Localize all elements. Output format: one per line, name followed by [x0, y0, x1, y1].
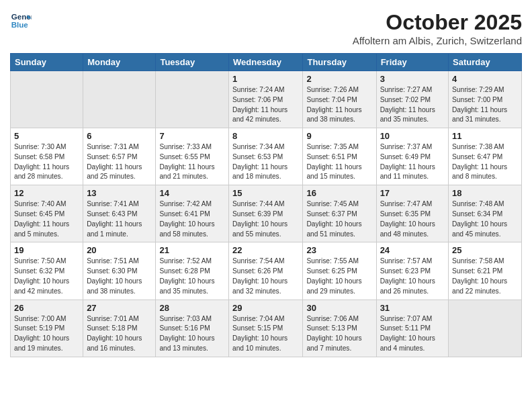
day-info: Sunrise: 7:57 AM Sunset: 6:23 PM Dayligh… [380, 257, 445, 296]
table-row: 17Sunrise: 7:47 AM Sunset: 6:35 PM Dayli… [376, 185, 448, 242]
table-row [83, 71, 156, 128]
header-wednesday: Wednesday [229, 54, 303, 71]
day-number: 1 [232, 74, 299, 84]
table-row: 29Sunrise: 7:04 AM Sunset: 5:15 PM Dayli… [229, 300, 303, 357]
table-row: 11Sunrise: 7:38 AM Sunset: 6:47 PM Dayli… [449, 128, 522, 185]
table-row: 25Sunrise: 7:58 AM Sunset: 6:21 PM Dayli… [449, 242, 522, 300]
table-row: 28Sunrise: 7:03 AM Sunset: 5:16 PM Dayli… [156, 300, 229, 357]
day-number: 3 [380, 74, 445, 84]
day-number: 2 [306, 74, 372, 84]
day-number: 29 [232, 303, 299, 313]
day-number: 17 [380, 188, 445, 198]
day-info: Sunrise: 7:35 AM Sunset: 6:51 PM Dayligh… [306, 142, 372, 182]
table-row: 26Sunrise: 7:00 AM Sunset: 5:19 PM Dayli… [11, 300, 83, 357]
day-info: Sunrise: 7:34 AM Sunset: 6:53 PM Dayligh… [232, 142, 299, 182]
day-number: 14 [159, 188, 225, 198]
day-info: Sunrise: 7:40 AM Sunset: 6:45 PM Dayligh… [14, 199, 79, 239]
day-number: 7 [159, 131, 225, 141]
day-number: 25 [452, 245, 518, 255]
location-title: Affoltern am Albis, Zurich, Switzerland [353, 35, 522, 46]
day-info: Sunrise: 7:58 AM Sunset: 6:21 PM Dayligh… [452, 257, 518, 296]
header-saturday: Saturday [449, 54, 522, 71]
day-number: 21 [159, 245, 225, 255]
table-row: 21Sunrise: 7:52 AM Sunset: 6:28 PM Dayli… [156, 242, 229, 300]
logo: General Blue [10, 10, 32, 32]
day-number: 18 [452, 188, 518, 198]
day-info: Sunrise: 7:42 AM Sunset: 6:41 PM Dayligh… [159, 199, 225, 239]
day-info: Sunrise: 7:41 AM Sunset: 6:43 PM Dayligh… [87, 199, 152, 239]
header-tuesday: Tuesday [156, 54, 229, 71]
day-number: 24 [380, 245, 445, 255]
table-row: 19Sunrise: 7:50 AM Sunset: 6:32 PM Dayli… [11, 242, 83, 300]
day-info: Sunrise: 7:48 AM Sunset: 6:34 PM Dayligh… [452, 199, 518, 239]
table-row: 12Sunrise: 7:40 AM Sunset: 6:45 PM Dayli… [11, 185, 83, 242]
day-number: 27 [87, 303, 152, 313]
day-number: 16 [306, 188, 372, 198]
page-header: General Blue October 2025 Affoltern am A… [10, 10, 522, 46]
table-row: 20Sunrise: 7:51 AM Sunset: 6:30 PM Dayli… [83, 242, 156, 300]
day-info: Sunrise: 7:30 AM Sunset: 6:58 PM Dayligh… [14, 142, 79, 182]
days-header-row: Sunday Monday Tuesday Wednesday Thursday… [11, 54, 522, 71]
day-info: Sunrise: 7:45 AM Sunset: 6:37 PM Dayligh… [306, 199, 372, 239]
day-info: Sunrise: 7:01 AM Sunset: 5:18 PM Dayligh… [87, 314, 152, 354]
table-row: 7Sunrise: 7:33 AM Sunset: 6:55 PM Daylig… [156, 128, 229, 185]
logo-icon: General Blue [10, 10, 32, 32]
day-info: Sunrise: 7:06 AM Sunset: 5:13 PM Dayligh… [306, 314, 372, 354]
day-info: Sunrise: 7:44 AM Sunset: 6:39 PM Dayligh… [232, 199, 299, 239]
day-number: 10 [380, 131, 445, 141]
day-info: Sunrise: 7:29 AM Sunset: 7:00 PM Dayligh… [452, 85, 518, 125]
day-info: Sunrise: 7:50 AM Sunset: 6:32 PM Dayligh… [14, 257, 79, 296]
day-info: Sunrise: 7:31 AM Sunset: 6:57 PM Dayligh… [87, 142, 152, 182]
day-number: 5 [14, 131, 79, 141]
table-row: 31Sunrise: 7:07 AM Sunset: 5:11 PM Dayli… [376, 300, 448, 357]
table-row: 9Sunrise: 7:35 AM Sunset: 6:51 PM Daylig… [303, 128, 376, 185]
table-row: 6Sunrise: 7:31 AM Sunset: 6:57 PM Daylig… [83, 128, 156, 185]
table-row: 8Sunrise: 7:34 AM Sunset: 6:53 PM Daylig… [229, 128, 303, 185]
calendar-week-row: 26Sunrise: 7:00 AM Sunset: 5:19 PM Dayli… [11, 300, 522, 357]
day-number: 6 [87, 131, 152, 141]
day-number: 23 [306, 245, 372, 255]
day-info: Sunrise: 7:26 AM Sunset: 7:04 PM Dayligh… [306, 85, 372, 125]
table-row: 18Sunrise: 7:48 AM Sunset: 6:34 PM Dayli… [449, 185, 522, 242]
day-info: Sunrise: 7:27 AM Sunset: 7:02 PM Dayligh… [380, 85, 445, 125]
day-info: Sunrise: 7:33 AM Sunset: 6:55 PM Dayligh… [159, 142, 225, 182]
table-row: 15Sunrise: 7:44 AM Sunset: 6:39 PM Dayli… [229, 185, 303, 242]
table-row [449, 300, 522, 357]
table-row: 13Sunrise: 7:41 AM Sunset: 6:43 PM Dayli… [83, 185, 156, 242]
table-row: 22Sunrise: 7:54 AM Sunset: 6:26 PM Dayli… [229, 242, 303, 300]
day-info: Sunrise: 7:37 AM Sunset: 6:49 PM Dayligh… [380, 142, 445, 182]
day-info: Sunrise: 7:47 AM Sunset: 6:35 PM Dayligh… [380, 199, 445, 239]
day-number: 22 [232, 245, 299, 255]
day-number: 11 [452, 131, 518, 141]
calendar-week-row: 19Sunrise: 7:50 AM Sunset: 6:32 PM Dayli… [11, 242, 522, 300]
day-number: 30 [306, 303, 372, 313]
day-info: Sunrise: 7:54 AM Sunset: 6:26 PM Dayligh… [232, 257, 299, 296]
day-number: 12 [14, 188, 79, 198]
header-thursday: Thursday [303, 54, 376, 71]
day-info: Sunrise: 7:52 AM Sunset: 6:28 PM Dayligh… [159, 257, 225, 296]
day-number: 9 [306, 131, 372, 141]
day-info: Sunrise: 7:55 AM Sunset: 6:25 PM Dayligh… [306, 257, 372, 296]
table-row: 14Sunrise: 7:42 AM Sunset: 6:41 PM Dayli… [156, 185, 229, 242]
title-block: October 2025 Affoltern am Albis, Zurich,… [353, 10, 522, 46]
day-info: Sunrise: 7:38 AM Sunset: 6:47 PM Dayligh… [452, 142, 518, 182]
calendar-week-row: 5Sunrise: 7:30 AM Sunset: 6:58 PM Daylig… [11, 128, 522, 185]
day-info: Sunrise: 7:00 AM Sunset: 5:19 PM Dayligh… [14, 314, 79, 354]
month-title: October 2025 [353, 10, 522, 35]
calendar-week-row: 12Sunrise: 7:40 AM Sunset: 6:45 PM Dayli… [11, 185, 522, 242]
table-row: 3Sunrise: 7:27 AM Sunset: 7:02 PM Daylig… [376, 71, 448, 128]
day-info: Sunrise: 7:51 AM Sunset: 6:30 PM Dayligh… [87, 257, 152, 296]
table-row [11, 71, 83, 128]
day-info: Sunrise: 7:03 AM Sunset: 5:16 PM Dayligh… [159, 314, 225, 354]
day-info: Sunrise: 7:04 AM Sunset: 5:15 PM Dayligh… [232, 314, 299, 354]
header-sunday: Sunday [11, 54, 83, 71]
table-row: 5Sunrise: 7:30 AM Sunset: 6:58 PM Daylig… [11, 128, 83, 185]
table-row: 2Sunrise: 7:26 AM Sunset: 7:04 PM Daylig… [303, 71, 376, 128]
calendar-week-row: 1Sunrise: 7:24 AM Sunset: 7:06 PM Daylig… [11, 71, 522, 128]
table-row: 4Sunrise: 7:29 AM Sunset: 7:00 PM Daylig… [449, 71, 522, 128]
day-number: 20 [87, 245, 152, 255]
table-row: 1Sunrise: 7:24 AM Sunset: 7:06 PM Daylig… [229, 71, 303, 128]
table-row [156, 71, 229, 128]
day-number: 8 [232, 131, 299, 141]
header-friday: Friday [376, 54, 448, 71]
